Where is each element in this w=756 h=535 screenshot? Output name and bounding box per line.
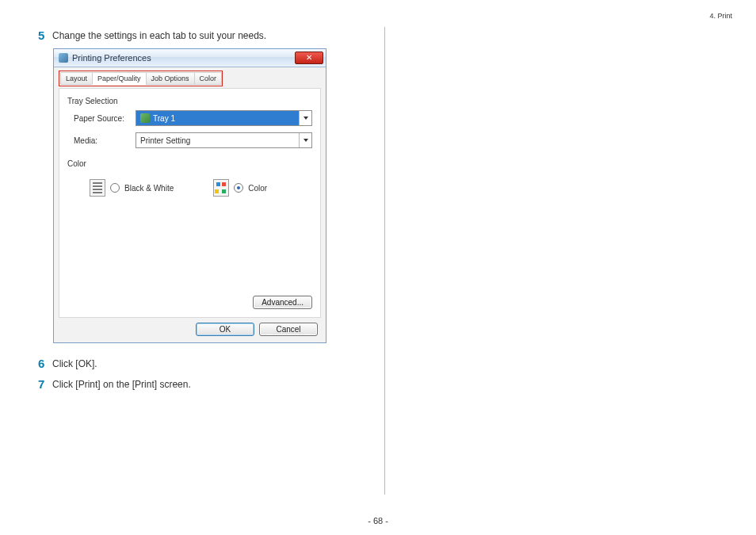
paper-source-label: Paper Source: [74, 114, 136, 123]
tray-selection-group: Paper Source: Tray 1 Media: [67, 110, 312, 148]
page-footer: - 68 - [0, 516, 756, 525]
window-title: Printing Preferences [72, 53, 151, 63]
close-button[interactable]: ✕ [295, 52, 323, 64]
ok-button[interactable]: OK [196, 323, 254, 336]
step-number: 5 [38, 29, 52, 43]
document-page: 4. Print 5 Change the settings in each t… [0, 0, 756, 535]
step-text: Click [Print] on the [Print] screen. [52, 377, 191, 390]
black-white-option[interactable]: Black & White [90, 179, 174, 197]
cancel-button[interactable]: Cancel [259, 323, 318, 336]
color-radio[interactable] [234, 183, 243, 193]
step-text: Click [OK]. [52, 357, 97, 369]
step-6: 6 Click [OK]. [38, 357, 367, 371]
tab-color[interactable]: Color [194, 72, 223, 85]
black-white-icon [90, 179, 105, 197]
tab-content: Tray Selection Paper Source: Tray 1 [59, 88, 321, 318]
color-option-label: Color [248, 184, 267, 193]
titlebar[interactable]: Printing Preferences ✕ [54, 49, 326, 67]
step-number: 7 [38, 377, 52, 392]
advanced-button[interactable]: Advanced... [253, 296, 312, 309]
step-number: 6 [38, 357, 52, 371]
color-group-label: Color [67, 159, 312, 168]
paper-source-select[interactable]: Tray 1 [136, 110, 312, 126]
color-icon [213, 179, 229, 197]
media-select[interactable]: Printer Setting [136, 132, 312, 148]
color-options: Black & White Color [90, 179, 312, 197]
media-label: Media: [74, 136, 136, 145]
chevron-down-icon [299, 111, 311, 125]
tray-selection-group-label: Tray Selection [67, 97, 312, 105]
black-white-label: Black & White [124, 184, 174, 193]
window-body: Layout Paper/Quality Job Options Color T… [54, 67, 326, 342]
tab-strip: Layout Paper/Quality Job Options Color [59, 71, 223, 86]
black-white-radio[interactable] [110, 183, 120, 193]
paper-source-value: Tray 1 [153, 114, 175, 123]
tab-layout[interactable]: Layout [60, 72, 93, 85]
page-header-section: 4. Print [709, 12, 732, 20]
step-5: 5 Change the settings in each tab to sui… [38, 29, 367, 43]
media-value: Printer Setting [140, 136, 190, 145]
tray-icon [140, 113, 150, 123]
left-column: 5 Change the settings in each tab to sui… [38, 29, 367, 398]
step-7: 7 Click [Print] on the [Print] screen. [38, 377, 367, 392]
tab-paper-quality[interactable]: Paper/Quality [92, 72, 147, 85]
color-option[interactable]: Color [213, 179, 267, 197]
tab-job-options[interactable]: Job Options [146, 72, 195, 85]
column-divider [384, 27, 385, 495]
dialog-buttons: OK Cancel [59, 318, 321, 336]
printer-icon [59, 53, 68, 63]
printing-preferences-window: Printing Preferences ✕ Layout Paper/Qual… [54, 49, 326, 342]
step-text: Change the settings in each tab to suit … [52, 29, 266, 41]
chevron-down-icon [299, 133, 311, 147]
